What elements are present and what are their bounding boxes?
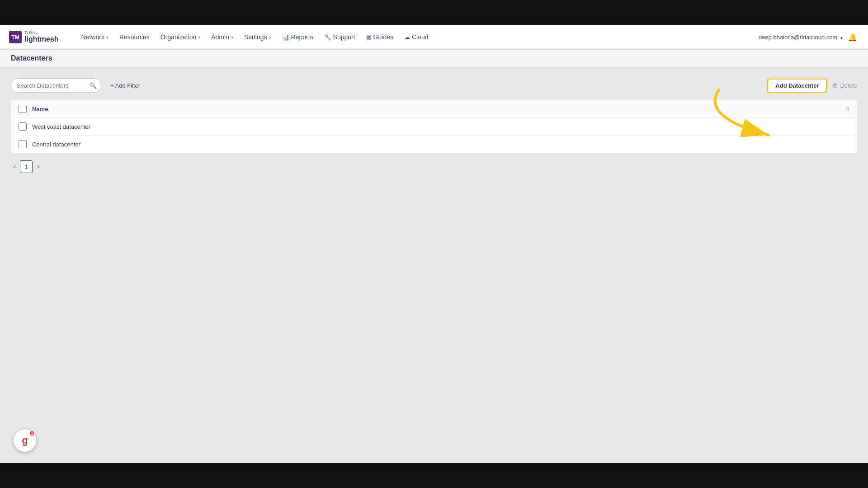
nav-support-label: Support	[333, 33, 355, 41]
cloud-icon: ☁	[404, 34, 410, 41]
nav-admin-label: Admin	[211, 33, 229, 41]
nav-resources-label: Resources	[119, 33, 150, 41]
add-filter-button[interactable]: + Add Filter	[107, 80, 144, 91]
logo-text: tidal lightmesh	[24, 31, 59, 43]
pagination-page-1[interactable]: 1	[20, 160, 33, 173]
pagination: < 1 >	[11, 160, 857, 173]
nav-support[interactable]: 🔧 Support	[320, 31, 360, 43]
grammarly-notification-dot: 1	[29, 430, 35, 436]
nav-guides-label: Guides	[373, 33, 393, 41]
nav-organization-chevron: ▾	[198, 35, 200, 40]
bottom-bar	[0, 463, 868, 488]
prev-icon: <	[13, 163, 16, 170]
toolbar: 🔍 + Add Filter Add Datacenter 🗑 Delete	[11, 78, 857, 93]
navbar: TM tidal lightmesh Network ▾ Resources O…	[0, 25, 868, 50]
user-email-text: deep.bhalotia@tidalcloud.com	[759, 34, 837, 41]
logo-icon: TM	[9, 31, 22, 43]
add-datacenter-label: Add Datacenter	[775, 82, 819, 89]
nav-admin-chevron: ▾	[231, 35, 233, 40]
row-name-1: West coast datacenter	[32, 123, 90, 130]
table-row[interactable]: West coast datacenter	[11, 118, 857, 136]
search-container: 🔍	[11, 78, 101, 93]
row-checkbox-2[interactable]	[19, 140, 27, 148]
nav-resources[interactable]: Resources	[115, 31, 154, 43]
nav-settings[interactable]: Settings ▾	[240, 31, 276, 43]
select-all-checkbox[interactable]	[19, 105, 27, 113]
table-row[interactable]: Central datacenter	[11, 136, 857, 153]
page-header: Datacenters	[0, 50, 868, 67]
next-icon: >	[36, 163, 40, 170]
logo-tidal: tidal	[24, 31, 59, 35]
nav-settings-label: Settings	[244, 33, 267, 41]
column-name-header: Name	[32, 106, 845, 113]
user-menu-chevron: ▾	[840, 35, 843, 40]
top-bar	[0, 0, 868, 25]
page-number: 1	[25, 164, 28, 170]
nav-cloud-label: Cloud	[412, 33, 429, 41]
nav-organization-label: Organization	[160, 33, 196, 41]
navbar-nav: Network ▾ Resources Organization ▾ Admin…	[77, 31, 759, 43]
nav-admin[interactable]: Admin ▾	[207, 31, 238, 43]
guides-grid-icon: ▦	[366, 34, 372, 41]
page-title: Datacenters	[11, 54, 52, 62]
logo[interactable]: TM tidal lightmesh	[9, 31, 59, 43]
nav-network[interactable]: Network ▾	[77, 31, 113, 43]
svg-text:TM: TM	[11, 34, 19, 41]
data-table: Name ⇅ West coast datacenter Central dat…	[11, 100, 857, 153]
nav-network-label: Network	[81, 33, 104, 41]
nav-network-chevron: ▾	[106, 35, 108, 40]
search-input[interactable]	[11, 78, 101, 93]
nav-organization[interactable]: Organization ▾	[156, 31, 205, 43]
nav-cloud[interactable]: ☁ Cloud	[400, 31, 433, 43]
table-header: Name ⇅	[11, 100, 857, 118]
navbar-right: deep.bhalotia@tidalcloud.com ▾ 🔔	[759, 31, 859, 43]
toolbar-right: Add Datacenter 🗑 Delete	[767, 79, 857, 93]
grammarly-letter: g	[22, 435, 28, 446]
support-wrench-icon: 🔧	[324, 34, 331, 41]
nav-settings-chevron: ▾	[269, 35, 271, 40]
grammarly-badge[interactable]: g 1	[14, 429, 36, 452]
delete-label: Delete	[840, 82, 857, 89]
page-content: 🔍 + Add Filter Add Datacenter 🗑 Delete N…	[0, 67, 868, 485]
user-email[interactable]: deep.bhalotia@tidalcloud.com ▾	[759, 34, 843, 41]
logo-lightmesh: lightmesh	[24, 35, 59, 43]
delete-icon: 🗑	[832, 82, 838, 89]
nav-reports[interactable]: 📊 Reports	[278, 31, 318, 43]
add-filter-label: + Add Filter	[110, 82, 140, 89]
search-icon: 🔍	[90, 82, 97, 89]
nav-guides[interactable]: ▦ Guides	[362, 31, 398, 43]
row-name-2: Central datacenter	[32, 141, 80, 148]
sort-icon: ⇅	[845, 106, 849, 112]
reports-chart-icon: 📊	[282, 34, 289, 41]
delete-button[interactable]: 🗑 Delete	[832, 82, 857, 89]
row-checkbox-1[interactable]	[19, 122, 27, 131]
add-datacenter-button[interactable]: Add Datacenter	[767, 79, 827, 93]
nav-reports-label: Reports	[291, 33, 313, 41]
pagination-prev-button[interactable]: <	[11, 163, 18, 170]
notification-bell-icon[interactable]: 🔔	[846, 31, 859, 43]
pagination-next-button[interactable]: >	[34, 163, 42, 170]
